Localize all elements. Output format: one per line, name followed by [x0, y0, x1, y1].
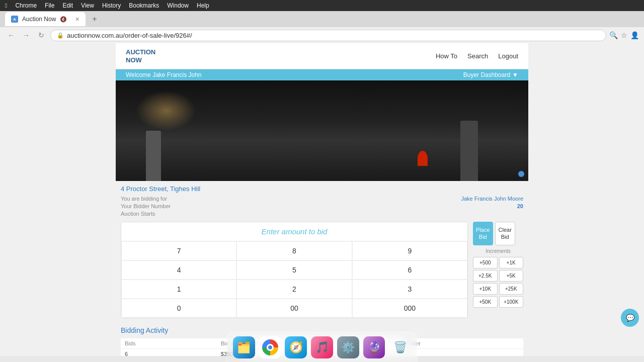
browser-action-icons: 🔍 ☆ 👤: [609, 31, 639, 39]
sequelace-icon: 🔮: [367, 341, 381, 354]
bidder-number-label: Your Bidder Number: [121, 203, 171, 209]
apple-menu[interactable]: : [5, 2, 7, 9]
numpad-000[interactable]: 000: [352, 299, 467, 318]
view-menu[interactable]: View: [81, 2, 94, 9]
numpad-00[interactable]: 00: [236, 299, 352, 318]
video-player[interactable]: [116, 80, 528, 181]
numpad-5[interactable]: 5: [236, 260, 352, 280]
video-scene-light: [136, 90, 196, 131]
property-address: 4 Proctor Street, Tighes Hill: [121, 181, 523, 196]
col-bidder: Bidder: [400, 338, 523, 349]
bid-display[interactable]: Enter amount to bid: [121, 222, 467, 241]
logout-link[interactable]: Logout: [498, 52, 518, 60]
col-bids: Bids: [121, 338, 217, 349]
tab-bar: A Auction Now 🔇 ✕ +: [0, 11, 644, 27]
dock: 🗂️ 🧭 🎵 ⚙️ 🔮 🗑️: [226, 332, 418, 362]
numpad-7[interactable]: 7: [121, 241, 236, 260]
logo-line1: AUCTION: [126, 48, 155, 56]
window-menu[interactable]: Window: [167, 2, 189, 9]
bidder-number-row: Your Bidder Number 20: [121, 203, 523, 209]
how-to-link[interactable]: How To: [436, 52, 457, 60]
clear-bid-button[interactable]: Clear Bid: [495, 222, 515, 245]
bidder-info-row: You are bidding for Jake Francis John Mo…: [121, 196, 523, 202]
address-bar-row: ← → ↻ 🔒 auctionnow.com.au/order-of-sale-…: [0, 27, 644, 43]
back-button[interactable]: ←: [5, 29, 17, 41]
dock-sequelace[interactable]: 🔮: [363, 336, 385, 358]
chrome-icon-inner: [267, 344, 274, 351]
numpad-0[interactable]: 0: [121, 299, 236, 318]
video-figure-2: [460, 121, 478, 181]
finder-icon: 🗂️: [237, 341, 251, 354]
bidding-for-label: You are bidding for: [121, 196, 167, 202]
tab-sound-icon[interactable]: 🔇: [60, 16, 67, 23]
site-nav: How To Search Logout: [436, 52, 518, 60]
increment-2_5k[interactable]: +2.5K: [473, 270, 498, 282]
trash-icon: 🗑️: [393, 341, 407, 354]
bookmark-icon[interactable]: ☆: [621, 31, 627, 39]
new-tab-button[interactable]: +: [89, 13, 101, 25]
increment-100k[interactable]: +100K: [499, 296, 524, 308]
video-figure-1: [146, 131, 161, 181]
bidder-name: Jake Francis John Moore: [461, 196, 524, 202]
history-menu[interactable]: History: [102, 2, 121, 9]
numpad-9[interactable]: 9: [352, 241, 467, 260]
increments-grid: +500 +1K +2.5K +5K +10K +25K +50K +100K: [473, 257, 523, 308]
bidding-area: Enter amount to bid 7 8 9 4 5 6 1 2 3 0 …: [121, 222, 523, 318]
increment-5k[interactable]: +5K: [499, 270, 524, 282]
bid-action-panel: Place Bid Clear Bid Increments +500 +1K …: [473, 222, 523, 318]
chat-icon: 💬: [626, 314, 634, 322]
bidder-number-value: 20: [517, 203, 523, 209]
increments-label: Increments: [473, 248, 523, 254]
numpad-6[interactable]: 6: [352, 260, 467, 280]
video-live-indicator: [518, 171, 524, 177]
page-content: AUCTION NOW How To Search Logout Welcome…: [0, 43, 644, 356]
numpad-8[interactable]: 8: [236, 241, 352, 260]
profile-icon[interactable]: 👤: [630, 31, 639, 39]
welcome-text: Welcome Jake Francis John: [126, 71, 202, 78]
buyer-dashboard-button[interactable]: Buyer Dashboard ▼: [463, 71, 518, 78]
app-menu[interactable]: Chrome: [15, 2, 37, 9]
place-bid-button[interactable]: Place Bid: [473, 222, 493, 245]
numpad-4[interactable]: 4: [121, 260, 236, 280]
file-menu[interactable]: File: [45, 2, 54, 9]
welcome-bar: Welcome Jake Francis John Buyer Dashboar…: [116, 69, 528, 80]
bidder-cell: [400, 349, 523, 356]
increment-25k[interactable]: +25K: [499, 283, 524, 295]
numpad-3[interactable]: 3: [352, 280, 467, 299]
search-link[interactable]: Search: [467, 52, 488, 60]
dock-safari[interactable]: 🧭: [285, 336, 307, 358]
site-header: AUCTION NOW How To Search Logout: [116, 43, 528, 69]
auction-starts-label: Auction Starts: [121, 211, 523, 217]
browser-tab[interactable]: A Auction Now 🔇 ✕: [5, 12, 86, 26]
safari-icon: 🧭: [289, 341, 303, 354]
video-red-object: [418, 151, 428, 166]
dock-finder[interactable]: 🗂️: [233, 336, 255, 358]
chevron-down-icon: ▼: [512, 71, 518, 78]
increment-1k[interactable]: +1K: [499, 257, 524, 268]
dock-chrome[interactable]: [259, 336, 281, 358]
security-icon: 🔒: [57, 32, 64, 39]
tab-title: Auction Now: [22, 16, 56, 23]
dock-trash[interactable]: 🗑️: [389, 336, 411, 358]
increment-500[interactable]: +500: [473, 257, 498, 268]
increment-10k[interactable]: +10K: [473, 283, 498, 295]
numpad-1[interactable]: 1: [121, 280, 236, 299]
forward-button[interactable]: →: [20, 29, 32, 41]
edit-menu[interactable]: Edit: [62, 2, 73, 9]
property-info: 4 Proctor Street, Tighes Hill You are bi…: [116, 181, 528, 356]
search-icon[interactable]: 🔍: [609, 31, 618, 39]
reload-button[interactable]: ↻: [35, 29, 47, 41]
bookmarks-menu[interactable]: Bookmarks: [129, 2, 159, 9]
dock-system-prefs[interactable]: ⚙️: [337, 336, 359, 358]
tab-close-button[interactable]: ✕: [75, 16, 79, 23]
dock-music[interactable]: 🎵: [311, 336, 333, 358]
increment-50k[interactable]: +50K: [473, 296, 498, 308]
main-content: AUCTION NOW How To Search Logout Welcome…: [116, 43, 528, 356]
address-bar[interactable]: 🔒 auctionnow.com.au/order-of-sale-live/9…: [50, 30, 606, 41]
chat-button[interactable]: 💬: [621, 309, 639, 327]
numpad-2[interactable]: 2: [236, 280, 352, 299]
help-menu[interactable]: Help: [197, 2, 209, 9]
music-icon: 🎵: [315, 341, 329, 354]
bid-count-cell: 6: [121, 349, 217, 356]
numpad: 7 8 9 4 5 6 1 2 3 0 00 000: [121, 241, 467, 318]
